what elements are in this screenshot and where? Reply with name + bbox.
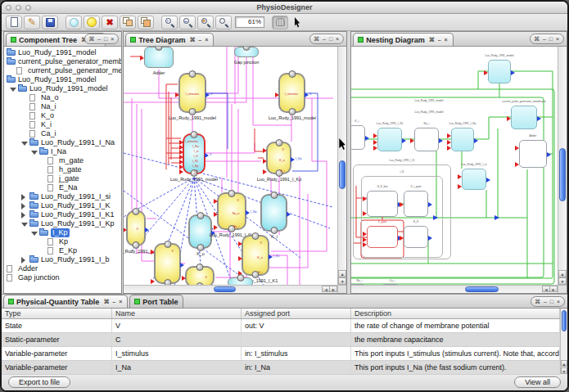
connector-knob-icon[interactable]	[196, 264, 204, 271]
table-cell[interactable]	[242, 333, 351, 346]
diagram-node-luo-rudy-1991-i-k[interactable]: V	[126, 210, 146, 246]
input-port-icon[interactable]	[400, 202, 404, 207]
tree-item-k-o[interactable]: K_o	[4, 111, 121, 120]
tree-item-m-gate[interactable]: m_gate	[4, 156, 121, 165]
diagram-node-luo-rudy-1991-model[interactable]	[488, 60, 511, 83]
expand-arrow-icon[interactable]	[21, 203, 25, 210]
table-cell[interactable]: the rate of change of membrane potential	[351, 319, 560, 332]
tree-item-i-kp[interactable]: I_Kp	[4, 228, 121, 237]
zoom-selection-button[interactable]: ·	[161, 16, 178, 29]
tab-nesting-diagram[interactable]: Nesting Diagram ⌘ – ×	[353, 33, 453, 46]
output-port-icon[interactable]	[547, 152, 551, 157]
diagram-node-luo-rudy-1991-i-kp[interactable]: VK_oK_iI_Kp	[266, 142, 291, 174]
hand-tool-button[interactable]	[272, 16, 288, 29]
tree-item-j-gate[interactable]: j_gate	[4, 174, 121, 183]
tree-item-label[interactable]: Gap junction	[18, 273, 60, 282]
diagram-node-luo-rudy-1991-i-k1[interactable]: VK_oK_iI_K1	[242, 235, 269, 276]
tree-item-current-pulse-generator-membrane[interactable]: current_pulse_generator_membrane	[4, 57, 121, 66]
connector-knob-icon[interactable]	[288, 70, 296, 78]
capsule-module-button[interactable]	[65, 16, 82, 29]
pointer-tool-button[interactable]	[290, 16, 306, 29]
diagram-node-luo-rudy-1991-model[interactable]: I_stimulusV	[278, 73, 305, 113]
tree-item-luo-rudy-1991-i-k1[interactable]: Luo_Rudy_1991_I_K1	[4, 210, 121, 219]
input-port-icon[interactable]	[238, 241, 242, 246]
output-port-icon[interactable]	[474, 138, 478, 143]
bottom-corner-buttons[interactable]: ⌘ – □ ×	[531, 296, 565, 307]
diagram-node-k-o[interactable]	[188, 214, 212, 249]
input-port-icon[interactable]	[363, 211, 367, 216]
tree-diagram-hscroll-thumb[interactable]	[214, 286, 236, 292]
delete-button[interactable]: ✖	[102, 16, 118, 29]
collapse-arrow-icon[interactable]	[31, 151, 38, 155]
table-vscroll-thumb[interactable]	[562, 310, 567, 331]
table-cell[interactable]: in: I_Na	[242, 361, 351, 374]
output-port-icon[interactable]	[145, 228, 149, 232]
tree-item-kp[interactable]: Kp	[4, 237, 121, 246]
scroll-right-arrow[interactable]: ►	[329, 286, 337, 292]
output-port-icon[interactable]	[205, 153, 209, 158]
connector-knob-icon[interactable]	[275, 139, 282, 146]
tab-window-buttons[interactable]: ⌘ – ×	[103, 299, 123, 305]
tree-item-label[interactable]: E_Na	[59, 183, 78, 192]
output-port-icon[interactable]	[486, 178, 490, 182]
output-port-icon[interactable]	[511, 70, 515, 75]
tree-item-luo-rudy-1991-model[interactable]: Luo_Rudy_1991_model	[4, 75, 121, 84]
connector-knob-icon[interactable]	[164, 241, 171, 248]
diagram-node-x-i-gate[interactable]	[404, 191, 428, 217]
input-port-icon[interactable]	[263, 148, 267, 153]
column-header-description[interactable]: Description	[351, 309, 560, 318]
input-port-icon[interactable]	[151, 250, 155, 255]
diagram-node-adder[interactable]	[144, 47, 174, 68]
tree-item-luo-rudy-1991-i-k[interactable]: Luo_Rudy_1991_I_K	[4, 201, 121, 210]
diagram-node-k-i[interactable]	[260, 194, 287, 232]
collapse-arrow-icon[interactable]	[21, 142, 28, 146]
output-port-icon[interactable]	[428, 236, 432, 241]
diagram-node-node[interactable]: V	[154, 243, 181, 284]
input-port-icon[interactable]	[373, 140, 377, 145]
input-port-icon[interactable]	[507, 116, 511, 121]
table-cell[interactable]: V	[112, 319, 242, 332]
tree-item-luo-rudy-1991-i-kp[interactable]: Luo_Rudy_1991_I_Kp	[4, 219, 121, 228]
diagram-node-x-gate[interactable]	[367, 226, 398, 248]
nesting-diagram-canvas[interactable]: Luo_Rudy_1991_modelcurrent_pulse_generat…	[351, 47, 558, 285]
tree-item-label[interactable]: Adder	[18, 264, 38, 273]
input-port-icon[interactable]	[373, 146, 377, 151]
table-cell[interactable]: the membrane capacitance	[351, 333, 560, 346]
tree-item-luo-rudy-1991-model[interactable]: Luo_Rudy_1991_model	[4, 84, 121, 93]
input-port-icon[interactable]	[515, 162, 519, 167]
input-port-icon[interactable]	[151, 279, 155, 284]
output-port-icon[interactable]	[365, 136, 369, 141]
tree-item-i-na[interactable]: I_Na	[4, 147, 121, 156]
tree-item-h-gate[interactable]: h_gate	[4, 165, 121, 174]
table-row[interactable]: Variable-parameterI_Nain: I_NaThis port …	[2, 361, 560, 375]
connector-knob-icon[interactable]	[133, 241, 140, 249]
input-port-icon[interactable]	[140, 56, 144, 61]
input-port-icon[interactable]	[275, 92, 279, 97]
output-port-icon[interactable]	[205, 92, 210, 97]
tree-item-na-i[interactable]: Na_i	[4, 102, 121, 111]
tree-item-label[interactable]: Luo_Rudy_1991_model	[29, 84, 108, 93]
tab-tree-diagram[interactable]: Tree Diagram ⌘ – ×	[125, 33, 214, 46]
table-cell[interactable]: This port inputs I_stimulus (stimulus cu…	[351, 347, 560, 360]
tree-item-k-i[interactable]: K_i	[4, 120, 121, 129]
input-port-icon[interactable]	[179, 169, 183, 174]
output-port-icon[interactable]	[402, 138, 406, 143]
tree-item-label[interactable]: Luo_Rudy_1991_I_K	[41, 201, 111, 210]
input-port-icon[interactable]	[238, 256, 242, 261]
new-model-button[interactable]	[6, 16, 22, 29]
tree-item-label[interactable]: Luo_Rudy_1991_model	[18, 48, 97, 57]
table-cell[interactable]: Variable-parameter	[2, 361, 112, 374]
column-header-assigned-port[interactable]: Assigned port	[242, 309, 351, 318]
table-cell[interactable]: I_Na	[112, 361, 242, 374]
connector-knob-icon[interactable]	[156, 47, 163, 51]
input-port-icon[interactable]	[373, 133, 377, 138]
expand-arrow-icon[interactable]	[21, 257, 25, 264]
diagram-node-luo-rudy-1991-i-na[interactable]	[451, 128, 474, 151]
input-port-icon[interactable]	[447, 140, 451, 145]
tree-diagram-canvas[interactable]: AdderGap junctionI_stimulusVLuo_Rudy_199…	[124, 47, 337, 285]
table-cell[interactable]: out: V	[242, 319, 351, 332]
tree-item-label[interactable]: K_i	[41, 120, 52, 129]
diagram-node-luo-rudy-1991-i-k1[interactable]	[377, 128, 402, 151]
scroll-up-arrow[interactable]: ▲	[558, 270, 567, 277]
connector-knob-icon[interactable]	[288, 108, 296, 115]
